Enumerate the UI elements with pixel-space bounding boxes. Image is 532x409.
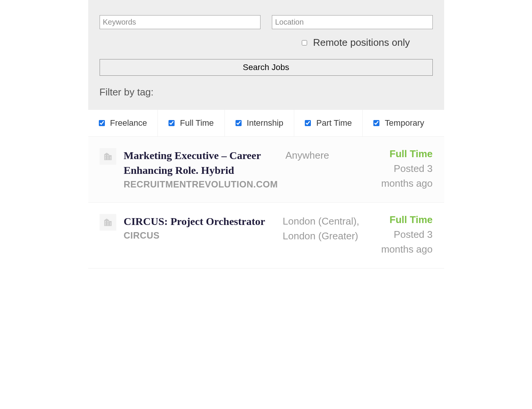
tag-checkbox-parttime[interactable] — [305, 120, 311, 126]
job-list: Marketing Executive – Career Enhancing R… — [88, 136, 444, 269]
tag-filters: Freelance Full Time Internship Part Time… — [88, 109, 444, 136]
job-item[interactable]: CIRCUS: Project Orchestrator CIRCUS Lond… — [88, 203, 444, 269]
tag-item-parttime[interactable]: Part Time — [294, 110, 363, 136]
tag-label: Internship — [247, 118, 284, 128]
location-input[interactable] — [272, 15, 433, 29]
job-company: CIRCUS — [124, 230, 275, 241]
remote-checkbox[interactable] — [302, 40, 307, 45]
job-location: Anywhere — [286, 148, 368, 191]
job-posted: Posted 3 months ago — [376, 227, 433, 257]
company-logo-placeholder — [100, 214, 116, 231]
building-icon — [103, 217, 113, 227]
job-posted: Posted 3 months ago — [376, 161, 433, 191]
tag-label: Temporary — [385, 118, 424, 128]
job-title: Marketing Executive – Career Enhancing R… — [124, 148, 278, 178]
building-icon — [103, 151, 113, 161]
tag-checkbox-internship[interactable] — [236, 120, 242, 126]
job-type-badge: Full Time — [376, 214, 433, 226]
tag-checkbox-fulltime[interactable] — [168, 120, 175, 126]
tag-item-internship[interactable]: Internship — [225, 110, 295, 136]
job-company: RECRUITMENTREVOLUTION.COM — [124, 179, 278, 190]
keywords-input[interactable] — [100, 15, 261, 29]
search-button[interactable]: Search Jobs — [100, 59, 433, 76]
tag-checkbox-freelance[interactable] — [99, 120, 105, 126]
tag-label: Freelance — [110, 118, 147, 128]
job-item[interactable]: Marketing Executive – Career Enhancing R… — [88, 137, 444, 203]
search-panel: Remote positions only Search Jobs Filter… — [88, 0, 444, 109]
remote-checkbox-label[interactable]: Remote positions only — [302, 37, 410, 48]
filter-heading: Filter by tag: — [100, 86, 433, 98]
tag-item-fulltime[interactable]: Full Time — [158, 110, 225, 136]
tag-item-temporary[interactable]: Temporary — [363, 110, 435, 136]
company-logo-placeholder — [100, 148, 116, 165]
remote-label-text: Remote positions only — [313, 37, 410, 48]
tag-label: Part Time — [316, 118, 352, 128]
job-location: London (Central), London (Greater) — [283, 214, 368, 257]
job-type-badge: Full Time — [376, 148, 433, 160]
job-title: CIRCUS: Project Orchestrator — [124, 214, 275, 229]
tag-item-freelance[interactable]: Freelance — [88, 110, 158, 136]
tag-label: Full Time — [180, 118, 214, 128]
tag-checkbox-temporary[interactable] — [373, 120, 379, 126]
